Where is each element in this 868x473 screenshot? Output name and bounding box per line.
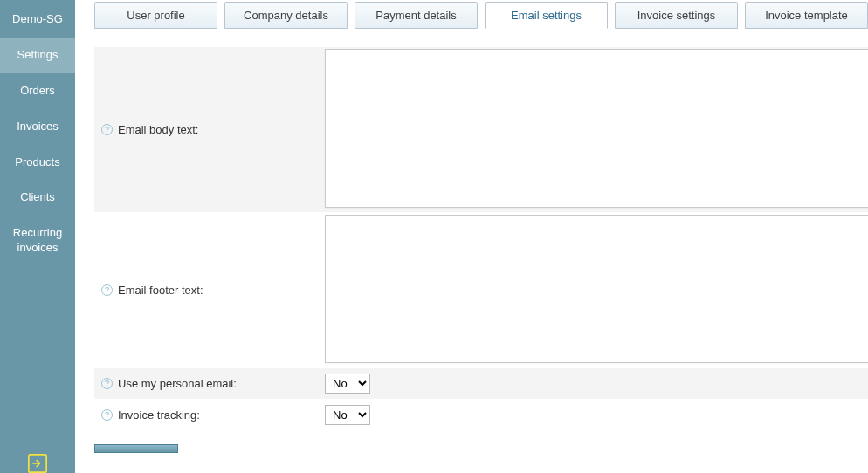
sidebar: Demo-SG Settings Orders Invoices Product… [0, 0, 75, 473]
row-email-body: ? Email body text: [94, 46, 868, 212]
row-email-footer: ? Email footer text: [94, 212, 868, 367]
select-personal-email[interactable]: NoYes [325, 374, 370, 394]
tab-company-details[interactable]: Company details [224, 2, 348, 29]
save-button[interactable] [94, 444, 178, 453]
sidebar-item-orders[interactable]: Orders [0, 73, 75, 109]
sidebar-item-recurring-invoices[interactable]: Recurring invoices [0, 216, 75, 266]
tab-email-settings[interactable]: Email settings [485, 2, 608, 29]
help-icon[interactable]: ? [101, 124, 113, 135]
help-icon[interactable]: ? [101, 409, 113, 421]
label-personal-email: Use my personal email: [118, 377, 237, 390]
footer-actions [94, 444, 868, 453]
input-email-footer[interactable] [325, 215, 868, 363]
select-invoice-tracking[interactable]: NoYes [325, 405, 370, 425]
main-panel: User profile Company details Payment det… [75, 0, 868, 473]
tab-invoice-template[interactable]: Invoice template [745, 2, 868, 29]
help-icon[interactable]: ? [101, 284, 113, 296]
label-email-body: Email body text: [118, 123, 199, 136]
settings-form: ? Email body text: ? Email footer text: [94, 29, 868, 453]
row-invoice-tracking: ? Invoice tracking: NoYes [94, 399, 868, 430]
tabs-bar: User profile Company details Payment det… [94, 0, 868, 29]
label-email-footer: Email footer text: [118, 284, 203, 297]
sidebar-item-clients[interactable]: Clients [0, 180, 75, 216]
export-icon[interactable] [0, 454, 75, 473]
row-personal-email: ? Use my personal email: NoYes [94, 367, 868, 399]
input-email-body[interactable] [325, 49, 868, 208]
sidebar-item-demo-sg[interactable]: Demo-SG [0, 2, 75, 38]
label-invoice-tracking: Invoice tracking: [118, 408, 200, 422]
tab-user-profile[interactable]: User profile [94, 2, 217, 29]
help-icon[interactable]: ? [101, 378, 113, 389]
sidebar-item-products[interactable]: Products [0, 145, 75, 181]
tab-payment-details[interactable]: Payment details [355, 2, 478, 29]
tab-invoice-settings[interactable]: Invoice settings [615, 2, 738, 29]
sidebar-item-invoices[interactable]: Invoices [0, 109, 75, 145]
sidebar-item-settings[interactable]: Settings [0, 38, 75, 73]
